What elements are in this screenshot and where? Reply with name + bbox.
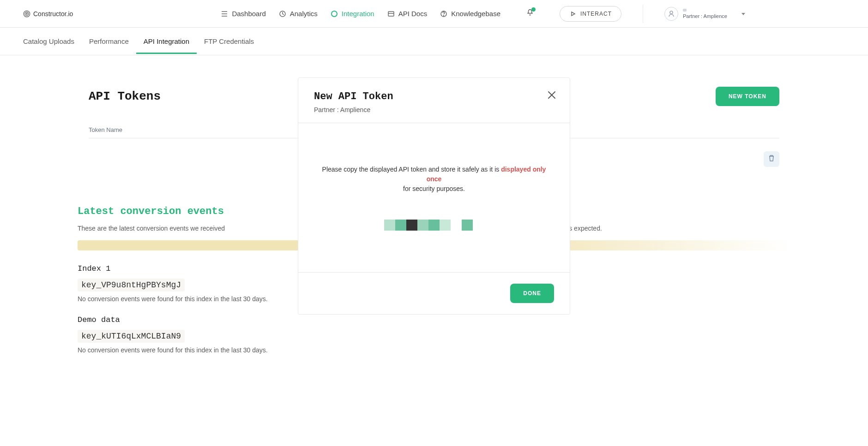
new-token-button[interactable]: NEW TOKEN	[716, 87, 779, 106]
done-button[interactable]: DONE	[510, 284, 554, 303]
tab-api-integration[interactable]: API Integration	[144, 29, 189, 54]
interact-button[interactable]: INTERACT	[560, 6, 621, 22]
nav-integration-label: Integration	[342, 10, 374, 18]
loader-square	[440, 220, 451, 231]
brand-name: Constructor.io	[33, 10, 73, 18]
new-api-token-modal: New API Token Partner : Amplience Please…	[298, 77, 570, 315]
desc-prefix: These are the latest conversion events w…	[78, 225, 225, 232]
note-suffix: for security purposes.	[403, 185, 465, 192]
loader-square	[428, 220, 440, 231]
nav-knowledgebase[interactable]: Knowledgebase	[440, 10, 500, 18]
chevron-down-icon	[741, 10, 746, 18]
tab-performance[interactable]: Performance	[89, 29, 129, 54]
modal-subtitle: Partner : Amplience	[314, 106, 554, 113]
loader-square	[473, 220, 484, 231]
sub-nav: Catalog Uploads Performance API Integrat…	[0, 28, 868, 55]
user-menu[interactable]: Partner : Amplience	[664, 7, 746, 21]
index-block: Demo data key_kUTI6qLxMCLBIaN9 No conver…	[78, 315, 790, 354]
notification-dot-icon	[531, 7, 536, 12]
modal-title: New API Token	[314, 91, 554, 102]
notifications-button[interactable]	[526, 9, 534, 18]
loader-square	[417, 220, 428, 231]
tab-label: Performance	[89, 37, 129, 45]
nav-analytics-label: Analytics	[290, 10, 318, 18]
svg-marker-11	[741, 13, 745, 15]
note-prefix: Please copy the displayed API token and …	[322, 166, 501, 173]
skeleton-bar	[683, 9, 687, 12]
user-info: Partner : Amplience	[683, 9, 727, 19]
nav-dashboard[interactable]: Dashboard	[221, 10, 265, 18]
nav-analytics[interactable]: Analytics	[279, 10, 318, 18]
loader-square	[395, 220, 406, 231]
api-tokens-title: API Tokens	[89, 89, 161, 103]
svg-rect-5	[388, 12, 394, 16]
svg-point-10	[670, 11, 673, 14]
interact-label: INTERACT	[580, 11, 612, 17]
trash-icon	[768, 155, 775, 164]
avatar-icon	[664, 7, 678, 21]
tab-ftp-credentials[interactable]: FTP Credentials	[204, 29, 254, 54]
brand-logo[interactable]: Constructor.io	[23, 10, 73, 18]
close-icon	[547, 94, 557, 101]
play-icon	[569, 10, 577, 18]
question-icon	[440, 10, 447, 18]
loader-square	[384, 220, 395, 231]
tab-label: API Integration	[144, 37, 189, 45]
index-name: Demo data	[78, 315, 790, 324]
top-nav: Constructor.io Dashboard Analytics Integ…	[0, 0, 868, 28]
loading-indicator	[383, 220, 485, 231]
tab-label: Catalog Uploads	[23, 37, 74, 45]
nav-integration[interactable]: Integration	[331, 10, 374, 18]
svg-point-8	[444, 15, 444, 16]
list-icon	[221, 10, 228, 18]
modal-close-button[interactable]	[547, 90, 557, 102]
loader-square	[451, 220, 462, 231]
index-key: key_kUTI6qLxMCLBIaN9	[78, 330, 185, 343]
top-nav-items: Dashboard Analytics Integration API Docs…	[221, 5, 746, 23]
nav-api-docs-label: API Docs	[398, 10, 428, 18]
tab-label: FTP Credentials	[204, 37, 254, 45]
svg-marker-9	[572, 12, 575, 16]
user-partner-label: Partner : Amplience	[683, 13, 727, 19]
nav-knowledgebase-label: Knowledgebase	[451, 10, 500, 18]
tab-catalog-uploads[interactable]: Catalog Uploads	[23, 29, 74, 54]
clock-icon	[279, 10, 286, 18]
nav-dashboard-label: Dashboard	[232, 10, 265, 18]
index-key: key_VP9u8ntHgPBYsMgJ	[78, 279, 185, 291]
loader-square	[406, 220, 417, 231]
loader-square	[462, 220, 473, 231]
delete-token-button[interactable]	[764, 151, 779, 167]
svg-point-4	[332, 11, 337, 17]
nav-api-docs[interactable]: API Docs	[387, 10, 428, 18]
modal-footer: DONE	[298, 272, 570, 314]
circle-icon	[331, 10, 338, 18]
no-events-message: No conversion events were found for this…	[78, 346, 790, 354]
modal-header: New API Token Partner : Amplience	[298, 78, 570, 123]
swirl-icon	[23, 10, 30, 18]
modal-body: Please copy the displayed API token and …	[298, 123, 570, 272]
separator	[643, 5, 643, 23]
card-icon	[387, 10, 395, 18]
modal-note: Please copy the displayed API token and …	[317, 165, 551, 194]
